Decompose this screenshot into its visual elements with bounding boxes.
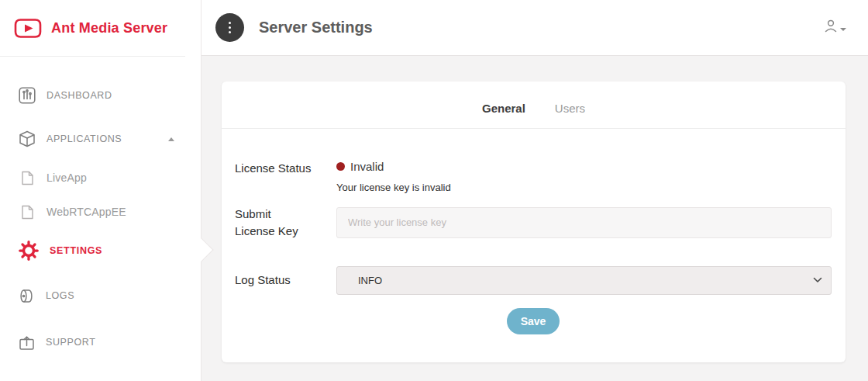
brand-name: Ant Media Server <box>51 20 167 36</box>
save-row: Save <box>235 308 832 334</box>
file-icon <box>21 205 34 220</box>
sidebar-item-label: LOGS <box>46 290 74 301</box>
settings-card: General Users License Status Invalid You… <box>222 81 846 362</box>
license-key-row: Submit License Key <box>235 206 832 240</box>
main-area: Server Settings General Users <box>202 0 868 381</box>
sidebar-item-settings[interactable]: SETTINGS <box>0 229 201 272</box>
license-key-input[interactable] <box>336 207 832 238</box>
sidebar: Ant Media Server DASHBOARD <box>0 0 202 381</box>
kebab-menu-button[interactable] <box>215 13 244 42</box>
user-menu-button[interactable] <box>824 19 846 36</box>
tab-general[interactable]: General <box>482 102 525 115</box>
log-status-select[interactable]: INFO <box>336 266 832 295</box>
content-area: General Users License Status Invalid You… <box>202 56 868 381</box>
sidebar-item-dashboard[interactable]: DASHBOARD <box>0 74 201 117</box>
collapse-caret-icon[interactable] <box>168 137 174 141</box>
kebab-dot <box>229 31 232 34</box>
kebab-dot <box>229 26 232 29</box>
user-icon <box>824 19 839 33</box>
sidebar-item-webrtcappee[interactable]: WebRTCAppEE <box>0 195 201 229</box>
license-status-value: Invalid <box>350 160 384 173</box>
log-status-label: Log Status <box>235 272 336 289</box>
status-dot-icon <box>336 162 345 171</box>
sidebar-item-support[interactable]: SUPPORT <box>0 319 201 365</box>
license-status-value-line: Invalid <box>336 160 832 173</box>
sidebar-nav: DASHBOARD APPLICATIONS <box>0 57 201 365</box>
chevron-down-icon <box>840 28 846 31</box>
license-status-field: Invalid Your license key is invalid <box>336 160 832 193</box>
log-status-field: INFO <box>336 266 832 295</box>
license-status-description: Your license key is invalid <box>336 182 832 193</box>
ant-media-logo-icon <box>12 16 43 40</box>
license-key-label: Submit License Key <box>235 206 336 240</box>
sidebar-item-label: DASHBOARD <box>46 90 112 101</box>
sidebar-item-logs[interactable]: LOGS <box>0 272 201 319</box>
gear-icon <box>19 241 39 261</box>
sidebar-item-label: APPLICATIONS <box>46 133 122 144</box>
sidebar-item-label: LiveApp <box>46 171 87 184</box>
support-icon <box>19 334 35 351</box>
tabs: General Users <box>222 81 846 129</box>
sidebar-item-liveapp[interactable]: LiveApp <box>0 161 201 195</box>
log-status-row: Log Status INFO <box>235 266 832 295</box>
brand[interactable]: Ant Media Server <box>0 0 201 56</box>
sidebar-item-label: WebRTCAppEE <box>46 206 126 218</box>
topbar: Server Settings <box>202 0 868 56</box>
applications-icon <box>19 130 36 147</box>
kebab-dot <box>229 22 232 25</box>
sidebar-item-label: SUPPORT <box>46 337 95 348</box>
dashboard-icon <box>19 87 36 104</box>
app-window: Ant Media Server DASHBOARD <box>0 0 868 381</box>
sidebar-item-label: SETTINGS <box>50 245 102 256</box>
save-button[interactable]: Save <box>507 308 560 334</box>
sidebar-item-applications[interactable]: APPLICATIONS <box>0 117 201 161</box>
settings-form: License Status Invalid Your license key … <box>222 129 846 334</box>
logs-icon <box>19 288 35 304</box>
license-status-row: License Status Invalid Your license key … <box>235 160 832 193</box>
file-icon <box>21 171 34 185</box>
license-status-label: License Status <box>235 160 336 193</box>
license-key-field <box>336 207 832 238</box>
tab-users[interactable]: Users <box>555 102 585 115</box>
page-title: Server Settings <box>259 19 373 36</box>
